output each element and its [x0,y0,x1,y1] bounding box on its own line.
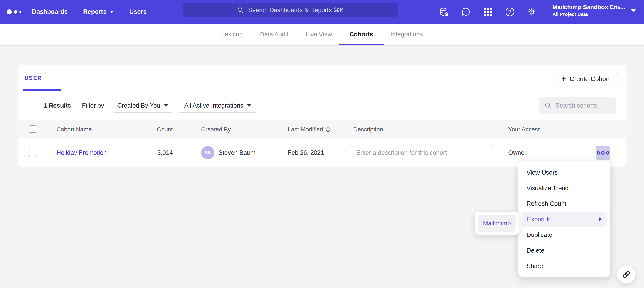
tab-cohorts-label: Cohorts [350,31,373,38]
header-your-access: Your Access [508,120,541,138]
subnav-tabs: Lexicon Data Audit Live View Cohorts Int… [0,24,644,46]
tab-integrations[interactable]: Integrations [389,24,424,45]
project-caret-icon[interactable] [631,9,636,12]
divider [74,100,75,111]
export-submenu: Mailchimp [475,212,518,235]
tab-live-view-label: Live View [306,31,332,38]
submenu-arrow-icon [599,217,602,222]
search-icon [544,102,552,109]
tab-lexicon[interactable]: Lexicon [220,24,244,45]
cohort-context-menu: View Users Visualize Trend Refresh Count… [518,161,610,276]
description-input[interactable] [350,144,492,161]
menu-item-delete[interactable]: Delete [518,243,610,258]
mixpanel-logo-icon[interactable] [7,0,21,24]
create-cohort-button[interactable]: + Create Cohort [554,72,618,86]
project-selector[interactable]: Mailchimp Sandbox Env... All Project Dat… [552,3,625,17]
select-all-checkbox[interactable] [29,125,36,133]
last-modified-date: Feb 26, 2021 [288,138,324,167]
nav-reports[interactable]: Reports [83,8,114,15]
header-count: Count [127,120,173,138]
filter-bar: 1 Results Filter by Created By You All A… [18,91,626,120]
tab-data-audit[interactable]: Data Audit [258,24,290,45]
sort-icon [326,126,330,133]
global-search-input[interactable]: Search Dashboards & Reports ⌘K [183,3,398,17]
nav-dashboards[interactable]: Dashboards [32,8,68,15]
project-name: Mailchimp Sandbox Env... [552,3,625,11]
cohorts-card: USER + Create Cohort 1 Results Filter by… [18,65,626,167]
filter-created-by-label: Created By You [117,102,160,109]
tab-user-cohorts[interactable]: USER [24,65,42,91]
chevron-down-icon [164,104,168,107]
plus-icon: + [561,75,566,83]
feedback-icon[interactable] [461,7,471,17]
top-bar: Dashboards Reports Users Search Dashboar… [0,0,644,24]
create-cohort-label: Create Cohort [570,75,610,83]
cohort-type-tabstrip: USER + Create Cohort [18,65,626,91]
chevron-down-icon [110,11,114,13]
copy-link-fab[interactable] [617,265,636,284]
menu-item-export-to[interactable]: Export to... [522,212,607,227]
avatar: SB [201,146,214,159]
menu-item-view-users[interactable]: View Users [518,165,610,180]
data-management-icon[interactable] [439,7,449,17]
more-options-button[interactable] [596,146,610,160]
menu-item-export-to-label: Export to... [527,216,557,223]
submenu-item-mailchimp[interactable]: Mailchimp [478,215,516,232]
tab-lexicon-label: Lexicon [221,31,242,38]
created-by-name: Steven Baum [218,138,256,167]
chevron-down-icon [247,104,251,107]
header-description: Description [353,120,383,138]
link-icon [622,270,631,279]
tab-integrations-label: Integrations [390,31,423,38]
cohort-count: 3,014 [127,138,173,167]
menu-item-duplicate[interactable]: Duplicate [518,227,610,243]
filter-created-by-dropdown[interactable]: Created By You [112,99,173,113]
header-last-modified[interactable]: Last Modified [288,120,330,138]
header-cohort-name: Cohort Name [56,120,92,138]
nav-users-label: Users [129,8,146,15]
results-count: 1 Results [44,91,71,120]
cohort-search [539,97,616,114]
cohort-search-input[interactable] [556,102,611,109]
more-dots-icon [597,151,600,155]
apps-grid-icon[interactable] [483,7,493,17]
top-icons: ? [439,0,537,24]
filter-by-label: Filter by [82,91,104,120]
settings-gear-icon[interactable] [526,7,537,17]
header-created-by: Created By [201,120,231,138]
active-tab-indicator [23,89,61,91]
filter-integrations-label: All Active Integrations [184,102,243,109]
filter-integrations-dropdown[interactable]: All Active Integrations [178,99,258,113]
global-search-placeholder: Search Dashboards & Reports ⌘K [248,7,344,14]
tab-data-audit-label: Data Audit [260,31,288,38]
tab-live-view[interactable]: Live View [304,24,334,45]
search-icon [237,7,244,14]
table-header-row: Cohort Name Count Created By Last Modifi… [18,120,626,138]
cohort-name-link[interactable]: Holiday Promotion [56,138,107,167]
nav-reports-label: Reports [83,8,106,15]
tab-cohorts[interactable]: Cohorts [348,24,374,45]
nav-dashboards-label: Dashboards [32,8,68,15]
project-scope: All Project Data [552,11,625,17]
menu-item-visualize-trend[interactable]: Visualize Trend [518,180,610,196]
help-icon[interactable]: ? [504,7,515,17]
header-last-modified-label: Last Modified [288,126,323,133]
row-checkbox[interactable] [29,149,36,156]
menu-item-share[interactable]: Share [518,258,610,274]
menu-item-refresh-count[interactable]: Refresh Count [518,196,610,212]
top-nav: Dashboards Reports Users [32,0,146,24]
nav-users[interactable]: Users [129,8,146,15]
